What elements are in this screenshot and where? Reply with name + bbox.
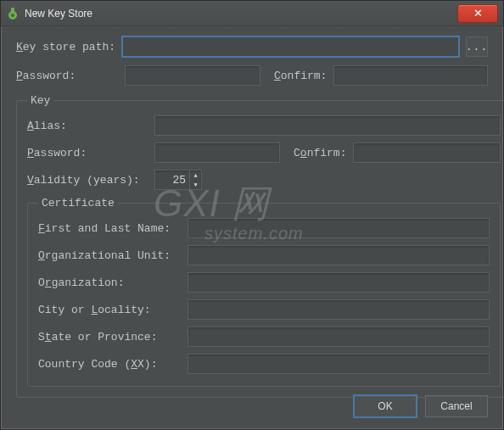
key-confirm-label: Confirm: bbox=[294, 147, 346, 159]
country-input[interactable] bbox=[188, 354, 490, 374]
confirm-label: Confirm: bbox=[274, 70, 327, 82]
confirm-input[interactable] bbox=[333, 65, 488, 86]
certificate-fieldset: Certificate First and Last Name: Organiz… bbox=[27, 197, 501, 387]
browse-label: ... bbox=[466, 41, 488, 53]
close-icon: ✕ bbox=[473, 7, 483, 20]
first-last-input[interactable] bbox=[188, 218, 490, 238]
svg-point-2 bbox=[11, 14, 14, 17]
city-input[interactable] bbox=[188, 299, 490, 320]
browse-button[interactable]: ... bbox=[466, 36, 488, 57]
first-last-label: First and Last Name: bbox=[38, 222, 181, 235]
key-store-path-label: Key store path: bbox=[16, 41, 115, 53]
alias-input[interactable] bbox=[154, 115, 501, 136]
cancel-button[interactable]: Cancel bbox=[425, 395, 488, 417]
org-label: Organization: bbox=[38, 276, 181, 289]
validity-value: 25 bbox=[155, 174, 189, 187]
dialog-window: New Key Store ✕ Key store path: ... Pass… bbox=[0, 0, 504, 430]
key-store-path-input[interactable] bbox=[122, 36, 459, 57]
spinner-up[interactable]: ▲ bbox=[190, 170, 201, 180]
row-alias: Alias: bbox=[27, 115, 501, 136]
spinner-down[interactable]: ▼ bbox=[190, 180, 201, 189]
cancel-label: Cancel bbox=[440, 400, 472, 412]
titlebar[interactable]: New Key Store ✕ bbox=[1, 1, 503, 26]
alias-label: Alias: bbox=[27, 120, 148, 132]
org-unit-label: Organizational Unit: bbox=[38, 249, 181, 262]
password-label: Password: bbox=[16, 70, 118, 82]
row-password: Password: Confirm: bbox=[16, 65, 488, 86]
state-label: State or Province: bbox=[38, 331, 181, 343]
org-unit-input[interactable] bbox=[188, 245, 490, 265]
row-first-last: First and Last Name: bbox=[38, 218, 490, 238]
svg-rect-1 bbox=[11, 8, 14, 13]
certificate-legend: Certificate bbox=[38, 197, 118, 209]
window-title: New Key Store bbox=[25, 8, 457, 20]
org-input[interactable] bbox=[188, 272, 490, 293]
city-label: City or Locality: bbox=[38, 304, 181, 316]
close-button[interactable]: ✕ bbox=[457, 4, 498, 23]
row-state: State or Province: bbox=[38, 327, 490, 347]
key-password-label: Password: bbox=[27, 147, 148, 159]
row-city: City or Locality: bbox=[38, 299, 490, 320]
footer: OK Cancel bbox=[354, 395, 488, 417]
state-input[interactable] bbox=[188, 327, 490, 347]
ok-button[interactable]: OK bbox=[354, 395, 417, 417]
key-confirm-input[interactable] bbox=[353, 142, 501, 163]
row-validity: Validity (years): 25 ▲ ▼ bbox=[27, 170, 501, 190]
validity-spinner[interactable]: 25 ▲ ▼ bbox=[154, 170, 202, 190]
country-label: Country Code (XX): bbox=[38, 358, 181, 371]
row-key-store-path: Key store path: ... bbox=[16, 36, 488, 57]
password-input[interactable] bbox=[125, 65, 260, 86]
key-fieldset: Key Alias: Password: Confirm: Validity (… bbox=[16, 94, 504, 398]
row-key-password: Password: Confirm: bbox=[27, 142, 501, 163]
validity-label: Validity (years): bbox=[27, 174, 148, 187]
dialog-body: Key store path: ... Password: Confirm: K… bbox=[1, 26, 503, 410]
key-legend: Key bbox=[27, 94, 53, 107]
ok-label: OK bbox=[378, 400, 392, 412]
app-icon bbox=[6, 7, 20, 20]
key-password-input[interactable] bbox=[154, 142, 280, 163]
row-org-unit: Organizational Unit: bbox=[38, 245, 490, 265]
row-country: Country Code (XX): bbox=[38, 354, 490, 374]
row-org: Organization: bbox=[38, 272, 490, 293]
spinner-arrows: ▲ ▼ bbox=[189, 170, 201, 189]
